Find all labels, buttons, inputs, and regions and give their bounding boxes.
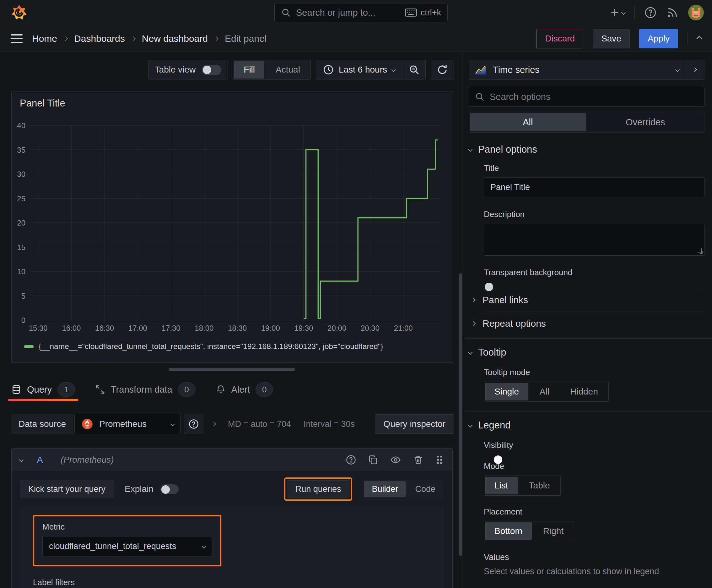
tooltip-mode-group: Single All Hidden	[484, 382, 609, 402]
add-menu-button[interactable]: +	[610, 6, 625, 19]
visualization-picker[interactable]: Time series	[469, 60, 685, 80]
x-axis-tick: 19:30	[294, 324, 313, 332]
breadcrumb-separator-icon	[63, 36, 68, 41]
chevron-down-icon	[391, 67, 396, 72]
table-view-label: Table view	[155, 65, 196, 75]
table-view-switch[interactable]	[202, 65, 221, 75]
y-axis-tick: 35	[17, 146, 25, 154]
legend-mode-table[interactable]: Table	[520, 477, 559, 495]
time-series-chart[interactable]: 051015202530354015:3016:0016:3017:0017:3…	[16, 122, 449, 341]
legend-mode-label: Mode	[484, 461, 705, 471]
search-icon	[281, 7, 291, 18]
panel-options-title: Panel options	[478, 144, 537, 155]
values-hint: Select values or calculations to show in…	[484, 567, 705, 576]
search-shortcut: ctrl+k	[421, 8, 441, 18]
legend-title: Legend	[478, 420, 511, 431]
chevron-down-icon	[621, 10, 626, 15]
options-expand-icon[interactable]	[212, 422, 216, 426]
tab-overrides[interactable]: Overrides	[588, 113, 704, 131]
legend-mode-list[interactable]: List	[485, 477, 518, 495]
collapse-options-icon[interactable]	[696, 36, 702, 41]
tab-alert-label: Alert	[231, 384, 250, 395]
panel-title[interactable]: Panel Title	[12, 91, 453, 115]
datasource-picker[interactable]: Prometheus	[74, 414, 181, 434]
legend-series-label[interactable]: {__name__="cloudflared_tunnel_total_requ…	[39, 342, 383, 351]
panel-title-input[interactable]: Panel Title	[484, 177, 705, 197]
tab-query[interactable]: Query 1	[11, 378, 75, 401]
tooltip-mode-hidden[interactable]: Hidden	[561, 383, 607, 400]
section-panel-options[interactable]: Panel options	[469, 144, 705, 155]
tab-all[interactable]: All	[470, 113, 586, 131]
transform-icon	[95, 384, 105, 395]
chart-legend[interactable]: {__name__="cloudflared_tunnel_total_requ…	[24, 342, 383, 351]
tooltip-mode-all[interactable]: All	[530, 383, 559, 400]
explain-switch[interactable]	[160, 484, 179, 494]
query-toolbar: Kick start your query Explain Run querie…	[12, 471, 452, 506]
placement-label: Placement	[484, 507, 705, 517]
description-textarea[interactable]	[484, 224, 705, 256]
metric-select[interactable]: cloudflared_tunnel_total_requests	[42, 536, 212, 556]
section-panel-links[interactable]: Panel links	[472, 288, 705, 312]
save-button[interactable]: Save	[593, 29, 630, 48]
builder-code-group: Builder Code	[363, 480, 444, 498]
query-help-icon[interactable]	[346, 455, 356, 465]
tab-alert[interactable]: Alert 0	[216, 378, 274, 401]
section-tooltip[interactable]: Tooltip	[469, 347, 705, 358]
datasource-help-button[interactable]	[184, 414, 203, 434]
tooltip-mode-single[interactable]: Single	[485, 383, 528, 400]
series-line[interactable]	[304, 140, 438, 319]
breadcrumb-new-dashboard[interactable]: New dashboard	[142, 33, 208, 44]
kick-start-button[interactable]: Kick start your query	[20, 480, 114, 498]
breadcrumb-home[interactable]: Home	[32, 33, 57, 44]
drag-handle-icon[interactable]	[435, 455, 444, 465]
chevron-down-icon	[170, 422, 175, 426]
section-repeat-options[interactable]: Repeat options	[472, 312, 705, 335]
menu-icon[interactable]	[11, 34, 23, 43]
toggle-visibility-icon[interactable]	[390, 455, 402, 465]
news-icon[interactable]	[666, 6, 679, 19]
grafana-logo-icon[interactable]	[11, 4, 28, 21]
avatar[interactable]	[688, 5, 704, 20]
search-input[interactable]: Search or jump to... ctrl+k	[274, 3, 448, 22]
tab-transform[interactable]: Transform data 0	[95, 378, 196, 401]
y-axis-tick: 10	[17, 267, 25, 276]
chevron-down-icon	[201, 544, 206, 548]
fill-option[interactable]: Fill	[234, 61, 264, 79]
query-inspector-button[interactable]: Query inspector	[375, 414, 454, 434]
scrollbar[interactable]	[459, 273, 462, 556]
collapse-query-icon[interactable]	[19, 458, 24, 462]
section-legend[interactable]: Legend	[469, 420, 705, 431]
code-option[interactable]: Code	[408, 481, 443, 497]
time-range-picker[interactable]: Last 6 hours	[316, 64, 402, 75]
pane-resize-handle[interactable]	[169, 368, 295, 371]
explain-toggle[interactable]: Explain	[125, 484, 179, 494]
label-filters-label: Label filters	[33, 578, 431, 587]
y-axis-tick: 25	[17, 194, 25, 203]
refresh-button[interactable]	[431, 60, 454, 80]
legend-mode-group: List Table	[484, 476, 561, 496]
time-range-label: Last 6 hours	[339, 65, 387, 75]
repeat-options-label: Repeat options	[482, 318, 546, 329]
breadcrumb-dashboards[interactable]: Dashboards	[74, 33, 125, 44]
y-axis-tick: 0	[21, 316, 25, 324]
apply-button[interactable]: Apply	[639, 29, 678, 48]
discard-button[interactable]: Discard	[537, 29, 583, 48]
query-header[interactable]: A (Prometheus)	[12, 448, 452, 471]
builder-option[interactable]: Builder	[364, 481, 406, 497]
delete-query-icon[interactable]	[413, 455, 424, 465]
actual-option[interactable]: Actual	[266, 61, 309, 79]
duplicate-query-icon[interactable]	[368, 455, 378, 465]
breadcrumb-separator-icon	[131, 36, 136, 41]
x-axis-tick: 16:00	[62, 324, 81, 332]
placement-bottom[interactable]: Bottom	[485, 522, 532, 540]
table-view-toggle[interactable]: Table view	[148, 60, 228, 80]
expand-viz-button[interactable]	[685, 60, 704, 80]
help-icon[interactable]	[644, 6, 657, 19]
search-options-input[interactable]: Search options	[469, 87, 705, 107]
placement-right[interactable]: Right	[534, 522, 573, 540]
run-queries-button[interactable]: Run queries	[287, 480, 350, 498]
x-axis-tick: 17:00	[128, 324, 147, 332]
zoom-out-button[interactable]	[402, 60, 425, 79]
options-filter-tabs: All Overrides	[469, 112, 705, 132]
chevron-down-icon	[468, 423, 473, 427]
